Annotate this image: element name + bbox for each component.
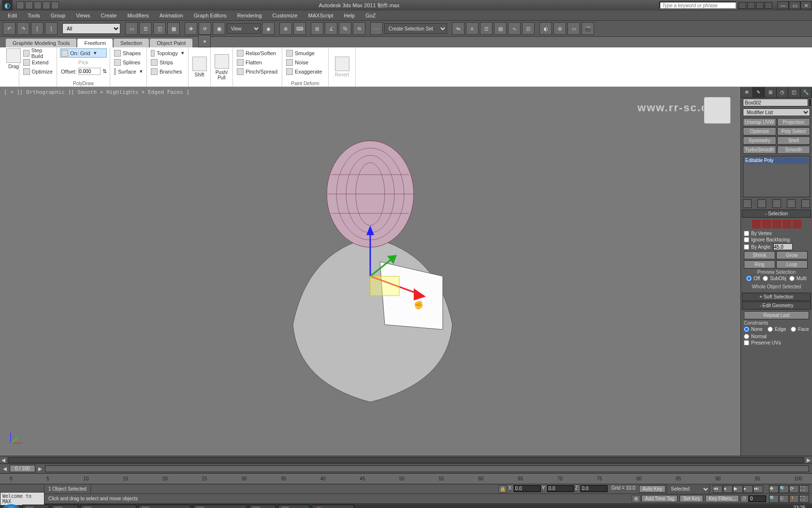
preview-subobj[interactable]: SubObj (763, 276, 786, 281)
rollout-selection[interactable]: - Selection (742, 209, 811, 218)
mod-smooth[interactable]: Smooth (777, 146, 811, 154)
modify-panel-icon[interactable]: ✎ (753, 87, 765, 97)
create-panel-icon[interactable]: ✲ (741, 87, 753, 97)
shrink-button[interactable]: Shrink (744, 251, 775, 259)
task-zbrush[interactable]: ZBrush (278, 505, 310, 508)
by-angle-check[interactable] (744, 244, 749, 250)
menu-tools[interactable]: Tools (23, 12, 45, 19)
rollout-softsel[interactable]: + Soft Selection (742, 293, 811, 301)
task-camtasia[interactable]: Camtasia Studio... (80, 505, 136, 508)
editnamed-sel-icon[interactable]: ⋯ (370, 22, 383, 35)
pin-stack-icon[interactable] (743, 199, 752, 208)
display-panel-icon[interactable]: ◫ (788, 87, 800, 97)
on-grid[interactable]: On: Grid ▾ (60, 48, 107, 58)
lock-icon[interactable]: 🔒 (498, 485, 507, 493)
qat-open-icon[interactable] (25, 1, 33, 9)
grow-button[interactable]: Grow (776, 251, 808, 259)
step-build[interactable]: Step Build (22, 48, 54, 58)
render-setup-icon[interactable]: ⚙ (553, 22, 566, 35)
menu-edit[interactable]: Edit (3, 12, 22, 19)
task-3dsmax[interactable] (249, 505, 276, 508)
menu-animation[interactable]: Animation (155, 12, 188, 19)
select-region-icon[interactable]: ◫ (153, 22, 166, 35)
optimize[interactable]: Optimize (22, 67, 54, 76)
rendered-frame-icon[interactable]: ▭ (567, 22, 580, 35)
motion-panel-icon[interactable]: ◷ (777, 87, 789, 97)
ribbon-toggle-icon[interactable]: ▤ (494, 22, 507, 35)
coord-x-input[interactable] (514, 485, 541, 492)
time-slider-label[interactable]: 0 / 100 (10, 465, 35, 472)
shift-tool[interactable]: Shift (189, 57, 210, 77)
menu-maxscript[interactable]: MAXScript (304, 12, 338, 19)
nav-max2-icon[interactable]: ⛶ (799, 495, 809, 503)
percent-snap-icon[interactable]: % (339, 22, 351, 35)
mirror-icon[interactable]: ⇋ (452, 22, 464, 35)
nav-walk-icon[interactable]: 🚶 (789, 495, 799, 503)
offset-field[interactable]: Offset:⇅ (60, 67, 107, 76)
coord-z-input[interactable] (580, 485, 608, 492)
link-icon[interactable]: ⟅ (31, 22, 44, 35)
system-tray[interactable]: ▴ ⚑ 🔊 23:25 2012/3/22 (768, 505, 811, 508)
viewport-scrollbar[interactable]: ◂ ▸ (0, 456, 812, 463)
infocenter-icon[interactable] (739, 2, 746, 9)
align-icon[interactable]: ≡ (466, 22, 478, 35)
coord-y-input[interactable] (547, 485, 574, 492)
offset-input[interactable] (78, 68, 101, 75)
time-slider[interactable]: ◂ 0 / 100 ▸ (0, 463, 812, 473)
clock[interactable]: 23:25 2012/3/22 (789, 505, 811, 508)
relax-soften[interactable]: Relax/Soften (236, 48, 279, 58)
modifier-stack[interactable]: Editable Poly (743, 156, 810, 197)
task-image2[interactable]: bernin-11 07_ig... (193, 505, 247, 508)
edge-mode-icon[interactable] (762, 220, 771, 228)
show-end-icon[interactable] (757, 199, 766, 208)
shapes[interactable]: Shapes (113, 48, 144, 58)
splines[interactable]: Splines (113, 58, 144, 67)
select-name-icon[interactable]: ☰ (139, 22, 152, 35)
unlink-icon[interactable]: ⟆ (45, 22, 58, 35)
polygon-mode-icon[interactable] (783, 220, 791, 228)
curve-editor-icon[interactable]: ∿ (508, 22, 521, 35)
mod-projection[interactable]: Projection (777, 118, 811, 126)
constraint-face[interactable]: Face (791, 327, 809, 332)
maximize-button[interactable]: ▭ (789, 1, 800, 9)
ref-coord-dropdown[interactable]: View (227, 23, 261, 34)
ring-button[interactable]: Ring (744, 260, 775, 269)
utilities-panel-icon[interactable]: 🔧 (800, 87, 812, 97)
nav-fov-icon[interactable]: ⦾ (779, 495, 789, 503)
current-frame-input[interactable] (749, 495, 766, 502)
qat-save-icon[interactable] (34, 1, 42, 9)
help-search-input[interactable] (659, 1, 737, 9)
play-icon[interactable]: ▶ (733, 485, 743, 493)
task-image1[interactable]: bernin-11 07_g... (138, 505, 191, 508)
extend[interactable]: Extend (22, 58, 54, 67)
move-icon[interactable]: ✥ (185, 22, 197, 35)
repeat-last-button[interactable]: Repeat Last (744, 311, 809, 319)
strips[interactable]: Strips (150, 58, 185, 67)
snap-toggle-icon[interactable]: ⊞ (311, 22, 323, 35)
prev-frame-icon[interactable]: ◂ (723, 485, 733, 493)
hierarchy-panel-icon[interactable]: ⊞ (765, 87, 777, 97)
modifier-list-dropdown[interactable]: Modifier List (743, 108, 810, 116)
remove-mod-icon[interactable] (787, 199, 796, 208)
mod-turbosmooth[interactable]: TurboSmooth (743, 146, 776, 154)
keyfilters-button[interactable]: Key Filters... (705, 495, 739, 502)
configure-sets-icon[interactable] (801, 199, 810, 208)
make-unique-icon[interactable] (772, 199, 781, 208)
tab-graphite[interactable]: Graphite Modeling Tools (6, 39, 76, 47)
menu-customize[interactable]: Customize (268, 12, 303, 19)
app-menu-icon[interactable]: ◐ (2, 0, 13, 11)
favorites-icon[interactable] (756, 2, 764, 9)
select-object-icon[interactable]: ▭ (125, 22, 138, 35)
rollout-editgeo[interactable]: - Edit Geometry (742, 301, 811, 310)
nav-max-icon[interactable]: ⛶ (799, 485, 809, 493)
keymode-icon[interactable]: ⌨ (293, 22, 306, 35)
noise[interactable]: Noise (285, 58, 325, 67)
material-editor-icon[interactable]: ◐ (539, 22, 552, 35)
track-bar[interactable]: 0 5 10 15 20 25 30 35 40 45 50 55 60 65 … (0, 473, 812, 484)
task-recording[interactable]: Recording... (312, 505, 354, 508)
qat-redo-icon[interactable] (51, 1, 59, 9)
time-config-icon[interactable]: ⏱ (740, 495, 749, 503)
manipulate-icon[interactable]: ⊕ (279, 22, 292, 35)
smudge[interactable]: Smudge (285, 48, 325, 58)
qat-new-icon[interactable] (16, 1, 24, 9)
